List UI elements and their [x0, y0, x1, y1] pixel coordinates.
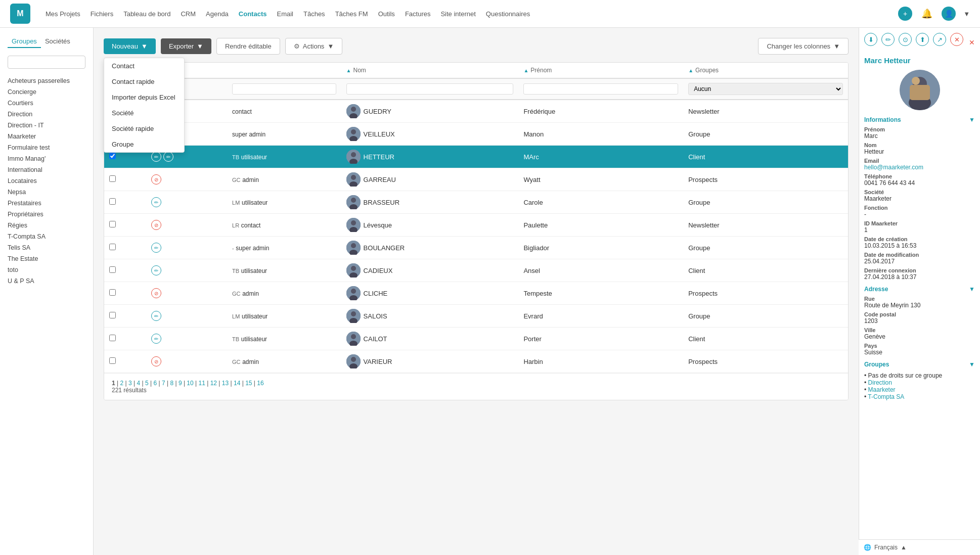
table-row[interactable]: ✏ LM utilisateur BRASSEUR Carole Groupe — [104, 191, 848, 214]
menu-contact-rapide[interactable]: Contact rapide — [104, 74, 184, 89]
table-row[interactable]: ⊘ GC admin CLICHE Tempeste Prospects — [104, 282, 848, 305]
lang-label[interactable]: Français — [874, 544, 898, 551]
pagination-page12[interactable]: 12 — [210, 380, 217, 387]
sidebar-item-prestataires[interactable]: Prestataires✏ — [0, 198, 93, 209]
nav-crm[interactable]: CRM — [181, 10, 196, 18]
th-nom[interactable]: ▲ Nom — [341, 63, 519, 78]
edit-action-icon[interactable]: ✏ — [151, 265, 161, 275]
sidebar-item-acheteurs[interactable]: Acheteurs passerelles✏ — [0, 75, 93, 86]
nav-contacts[interactable]: Contacts — [239, 10, 267, 18]
new-button[interactable]: Nouveau ▼ — [104, 38, 156, 54]
add-button[interactable]: + — [898, 7, 912, 21]
share-icon[interactable]: ↗ — [933, 33, 946, 46]
menu-contact[interactable]: Contact — [104, 58, 184, 74]
pagination-page11[interactable]: 11 — [199, 380, 205, 387]
sidebar-item-up-sa[interactable]: U & P SA✏ — [0, 275, 93, 287]
th-groupes[interactable]: ▲ Groupes — [683, 63, 848, 78]
notifications-icon[interactable]: 🔔 — [920, 7, 934, 21]
table-row[interactable]: ✏ TB utilisateur CADIEUX Ansel Client — [104, 259, 848, 282]
groupes-collapse-icon[interactable]: ▼ — [969, 361, 975, 368]
sidebar-item-concierge[interactable]: Concierge✏ — [0, 86, 93, 98]
actions-button[interactable]: ⚙ Actions ▼ — [285, 38, 343, 55]
row-checkbox[interactable] — [109, 335, 116, 341]
pagination-page1[interactable]: 1 — [112, 380, 115, 387]
export-icon[interactable]: ⬆ — [916, 33, 929, 46]
sidebar-item-the-estate[interactable]: The Estate✏ — [0, 253, 93, 264]
sidebar-item-toto[interactable]: toto✏ — [0, 264, 93, 275]
filter-role-input[interactable] — [232, 83, 336, 95]
table-row[interactable]: ✏ - super admin BOULANGER Bigliador Grou… — [104, 237, 848, 259]
menu-societe-rapide[interactable]: Société rapide — [104, 121, 184, 136]
delete-action-icon[interactable]: ⊘ — [151, 356, 161, 366]
sidebar-item-nepsa[interactable]: Nepsa✏ — [0, 187, 93, 198]
user-avatar-icon[interactable]: 👤 — [942, 7, 956, 21]
row-checkbox[interactable] — [109, 266, 116, 273]
nav-agenda[interactable]: Agenda — [206, 10, 229, 18]
section-collapse-icon[interactable]: ▼ — [969, 116, 975, 123]
nav-taches-fm[interactable]: Tâches FM — [335, 10, 368, 18]
table-row[interactable]: ⊘ GC admin VARIEUR Harbin Prospects — [104, 350, 848, 373]
export-button[interactable]: Exporter ▼ — [161, 38, 211, 54]
app-logo[interactable]: M — [10, 4, 30, 24]
sidebar-item-direction-it[interactable]: Direction - IT✏ — [0, 120, 93, 131]
sidebar-item-formulaire[interactable]: Formulaire test✏ — [0, 142, 93, 153]
table-row[interactable]: ✏ super admin VEILLEUX Manon Groupe — [104, 123, 848, 146]
pagination-page2[interactable]: 2 — [120, 380, 123, 387]
edit-action-icon[interactable]: ✏ — [163, 152, 173, 162]
group-maarketer-link[interactable]: Maarketer — [868, 386, 896, 393]
sidebar-item-international[interactable]: International✏ — [0, 164, 93, 175]
tab-groupes[interactable]: Groupes — [8, 35, 41, 48]
lang-arrow[interactable]: ▲ — [901, 544, 907, 551]
editable-button[interactable]: Rendre éditable — [216, 38, 280, 55]
filter-prenom-input[interactable] — [523, 83, 678, 95]
adresse-collapse-icon[interactable]: ▼ — [969, 286, 975, 293]
sidebar-item-courtiers[interactable]: Courtiers✏ — [0, 98, 93, 109]
table-row[interactable]: ✏ TB utilisateur CAILOT Porter Client — [104, 328, 848, 350]
nav-fichiers[interactable]: Fichiers — [91, 10, 114, 18]
nav-factures[interactable]: Factures — [405, 10, 431, 18]
menu-societe[interactable]: Société — [104, 105, 184, 121]
nav-email[interactable]: Email — [277, 10, 293, 18]
pagination-page10[interactable]: 10 — [187, 380, 193, 387]
group-tcompta-link[interactable]: T-Compta SA — [868, 393, 904, 400]
table-row[interactable]: ⊘ LR contact Lévesque Paulette Newslette… — [104, 214, 848, 237]
nav-taches[interactable]: Tâches — [303, 10, 325, 18]
row-checkbox[interactable] — [109, 221, 116, 227]
pagination-page5[interactable]: 5 — [145, 380, 149, 387]
row-checkbox[interactable] — [109, 357, 116, 364]
sidebar-search-input[interactable] — [8, 56, 85, 69]
menu-groupe[interactable]: Groupe — [104, 136, 184, 152]
delete-icon[interactable]: ✕ — [950, 33, 963, 46]
delete-action-icon[interactable]: ⊘ — [151, 174, 161, 184]
nav-questionnaires[interactable]: Questionnaires — [486, 10, 530, 18]
row-checkbox[interactable] — [109, 153, 116, 159]
pagination-page15[interactable]: 15 — [245, 380, 252, 387]
edit-action-icon[interactable]: ✏ — [151, 243, 161, 253]
nav-outils[interactable]: Outils — [378, 10, 395, 18]
filter-groupes-select[interactable]: Aucun — [688, 83, 843, 95]
pagination-page6[interactable]: 6 — [153, 380, 157, 387]
nav-site-internet[interactable]: Site internet — [440, 10, 475, 18]
columns-button[interactable]: Changer les colonnes ▼ — [758, 38, 849, 55]
edit-action-icon[interactable]: ✏ — [151, 152, 161, 162]
pagination-page16[interactable]: 16 — [257, 380, 263, 387]
pagination-page7[interactable]: 7 — [162, 380, 165, 387]
nav-tableau-de-bord[interactable]: Tableau de bord — [123, 10, 170, 18]
sidebar-item-locataires[interactable]: Locataires✏ — [0, 175, 93, 187]
edit-action-icon[interactable]: ✏ — [151, 197, 161, 207]
row-checkbox[interactable] — [109, 244, 116, 250]
pagination-page14[interactable]: 14 — [234, 380, 240, 387]
edit-pencil-icon[interactable]: ✏ — [881, 33, 895, 46]
pagination-page3[interactable]: 3 — [128, 380, 132, 387]
nav-mes-projets[interactable]: Mes Projets — [46, 10, 80, 18]
dropdown-arrow-icon[interactable]: ▼ — [963, 10, 970, 18]
copy-icon[interactable]: ⊙ — [899, 33, 912, 46]
delete-action-icon[interactable]: ⊘ — [151, 220, 161, 230]
row-checkbox[interactable] — [109, 175, 116, 182]
sidebar-item-maarketer[interactable]: Maarketer✏ — [0, 131, 93, 142]
tab-societes[interactable]: Sociétés — [41, 35, 74, 48]
table-row[interactable]: ⊘ contact GUEDRY Frédérique Newsletter — [104, 100, 848, 123]
group-direction-link[interactable]: Direction — [868, 379, 892, 386]
sidebar-item-tcompta[interactable]: T-Compta SA✏ — [0, 231, 93, 242]
edit-action-icon[interactable]: ✏ — [151, 334, 161, 344]
